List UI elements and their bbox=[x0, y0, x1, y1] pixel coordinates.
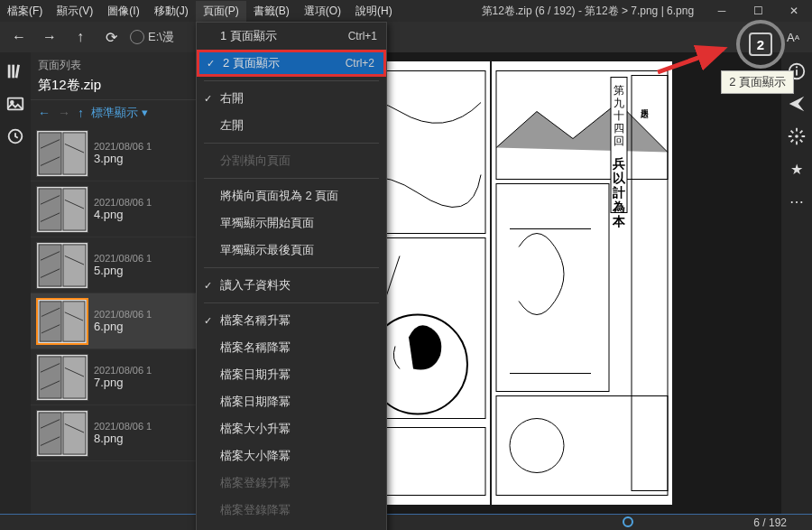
menu-item[interactable]: 檔案日期升冪 bbox=[197, 361, 386, 388]
menu-item[interactable]: 檔案大小升冪 bbox=[197, 415, 386, 442]
menu-item-label: 檔案日期降冪 bbox=[220, 394, 291, 410]
sidebar-header: 頁面列表 第12卷.zip bbox=[31, 52, 200, 100]
thumbnail-image bbox=[36, 354, 88, 401]
navigate-icon[interactable] bbox=[787, 94, 807, 114]
menu-options[interactable]: 選項(O) bbox=[297, 1, 348, 22]
thumbnail-meta: 2021/08/06 1 6.png bbox=[94, 309, 195, 333]
history-icon[interactable] bbox=[5, 126, 25, 146]
menu-item[interactable]: 檔案大小降冪 bbox=[197, 442, 386, 470]
menu-help[interactable]: 說明(H) bbox=[348, 1, 400, 22]
menu-item[interactable]: 檔案名稱降冪 bbox=[197, 334, 386, 361]
menu-file[interactable]: 檔案(F) bbox=[0, 1, 50, 22]
menu-view[interactable]: 顯示(V) bbox=[50, 1, 100, 22]
thumbnail-date: 2021/08/06 1 bbox=[94, 365, 195, 376]
forward-button[interactable]: → bbox=[38, 25, 61, 49]
thumbnail-meta: 2021/08/06 1 4.png bbox=[94, 197, 195, 221]
thumbnail-date: 2021/08/06 1 bbox=[94, 309, 195, 320]
menu-item-label: 檔案大小升冪 bbox=[220, 421, 291, 437]
thumbnail-image bbox=[36, 130, 88, 177]
menu-item-label: 將橫向頁面視為 2 頁面 bbox=[220, 188, 338, 204]
menu-item[interactable]: 單獨顯示最後頁面 bbox=[197, 237, 386, 264]
menu-image[interactable]: 圖像(I) bbox=[100, 1, 146, 22]
menu-item-label: 2 頁面顯示 bbox=[223, 55, 280, 71]
menu-item-label: 檔案日期升冪 bbox=[220, 367, 291, 383]
menu-item[interactable]: ✓讀入子資料夾 bbox=[197, 272, 386, 299]
svg-text:第: 第 bbox=[614, 84, 624, 97]
nav-up-icon[interactable]: ↑ bbox=[78, 106, 84, 120]
window-title: 第12卷.zip (6 / 192) - 第12卷 > 7.png | 6.pn… bbox=[400, 4, 704, 19]
minimize-button[interactable]: ─ bbox=[704, 0, 740, 22]
menu-bookmark[interactable]: 書籤(B) bbox=[246, 1, 297, 22]
address-bar[interactable]: E:\漫 bbox=[130, 29, 174, 45]
menu-item-shortcut: Ctrl+2 bbox=[346, 57, 374, 70]
image-icon[interactable] bbox=[5, 94, 25, 114]
menu-item[interactable]: ✓右開 bbox=[197, 85, 386, 112]
svg-rect-1 bbox=[12, 65, 14, 79]
back-button[interactable]: ← bbox=[7, 25, 31, 49]
menu-item: 檔案登錄降冪 bbox=[197, 497, 386, 524]
svg-text:九: 九 bbox=[614, 97, 624, 109]
menu-separator bbox=[204, 80, 379, 81]
thumbnail-image bbox=[36, 186, 88, 233]
menu-item: 分割橫向頁面 bbox=[197, 147, 386, 174]
left-icon-bar bbox=[0, 52, 31, 514]
address-text: E:\漫 bbox=[148, 29, 174, 45]
menu-separator bbox=[204, 143, 379, 144]
thumbnail-meta: 2021/08/06 1 3.png bbox=[94, 141, 195, 165]
view-mode-dropdown[interactable]: 標準顯示 ▾ bbox=[91, 105, 148, 121]
more-icon[interactable]: ⋯ bbox=[787, 191, 807, 211]
sidebar-title: 頁面列表 bbox=[38, 58, 193, 73]
thumbnail-row[interactable]: 2021/08/06 1 3.png bbox=[31, 126, 200, 181]
annotation-badge: 2 bbox=[749, 33, 772, 56]
nav-forward-icon[interactable]: → bbox=[58, 106, 70, 120]
menu-item[interactable]: ✓檔案名稱升冪 bbox=[197, 307, 386, 334]
menu-separator bbox=[204, 267, 379, 268]
menu-page[interactable]: 頁面(P) bbox=[196, 1, 246, 22]
nav-back-icon[interactable]: ← bbox=[38, 106, 51, 120]
thumbnail-row[interactable]: 2021/08/06 1 6.png bbox=[31, 293, 200, 349]
reload-button[interactable]: ⟳ bbox=[99, 25, 123, 49]
page-right: 第 九 十 四 回 兵 以 計 為 本 用兵之法 bbox=[492, 61, 672, 505]
close-button[interactable]: ✕ bbox=[776, 0, 812, 22]
page-menu-dropdown: 1 頁面顯示Ctrl+1✓2 頁面顯示Ctrl+2✓右開左開分割橫向頁面將橫向頁… bbox=[196, 22, 387, 530]
star-icon[interactable]: ★ bbox=[787, 159, 807, 179]
svg-rect-13 bbox=[39, 244, 61, 285]
thumbnail-image bbox=[36, 410, 88, 457]
menu-item-label: 單獨顯示開始頁面 bbox=[220, 215, 314, 231]
effects-icon[interactable] bbox=[787, 126, 807, 146]
thumbnail-row[interactable]: 2021/08/06 1 5.png bbox=[31, 237, 200, 293]
right-icon-bar: ★ ⋯ bbox=[781, 52, 812, 514]
up-button[interactable]: ↑ bbox=[69, 25, 92, 49]
menu-item[interactable]: 單獨顯示開始頁面 bbox=[197, 209, 386, 237]
thumbnail-row[interactable]: 2021/08/06 1 4.png bbox=[31, 181, 200, 237]
thumbnail-row[interactable]: 2021/08/06 1 7.png bbox=[31, 349, 200, 405]
svg-rect-16 bbox=[40, 301, 61, 340]
progress-handle[interactable] bbox=[623, 516, 633, 527]
thumbnail-row[interactable]: 2021/08/06 1 8.png bbox=[31, 405, 200, 461]
window-controls: ─ ☐ ✕ bbox=[704, 0, 812, 22]
annotation-circle: 2 bbox=[736, 20, 785, 69]
svg-text:計: 計 bbox=[612, 185, 625, 200]
svg-rect-2 bbox=[15, 65, 20, 79]
menu-item[interactable]: 檔案日期降冪 bbox=[197, 388, 386, 415]
menu-item[interactable]: 隨機 bbox=[197, 524, 386, 530]
check-icon: ✓ bbox=[204, 93, 212, 105]
menu-item-shortcut: Ctrl+1 bbox=[348, 30, 377, 42]
annotation-tooltip: 2 頁面顯示 bbox=[721, 70, 794, 94]
address-icon bbox=[130, 30, 144, 44]
menu-item-label: 1 頁面顯示 bbox=[220, 28, 277, 44]
menu-item[interactable]: 左開 bbox=[197, 112, 386, 139]
library-icon[interactable] bbox=[5, 61, 25, 81]
check-icon: ✓ bbox=[204, 315, 212, 327]
menu-item: 檔案登錄升冪 bbox=[197, 470, 386, 497]
maximize-button[interactable]: ☐ bbox=[740, 0, 776, 22]
menu-item[interactable]: 將橫向頁面視為 2 頁面 bbox=[197, 182, 386, 209]
svg-text:四: 四 bbox=[614, 122, 624, 135]
svg-text:為: 為 bbox=[612, 200, 625, 214]
svg-rect-48 bbox=[796, 70, 798, 75]
menu-item[interactable]: ✓2 頁面顯示Ctrl+2 bbox=[197, 50, 386, 77]
menu-item[interactable]: 1 頁面顯示Ctrl+1 bbox=[197, 23, 386, 50]
thumbnail-name: 8.png bbox=[94, 432, 195, 445]
menu-move[interactable]: 移動(J) bbox=[147, 1, 196, 22]
svg-text:回: 回 bbox=[614, 135, 624, 147]
